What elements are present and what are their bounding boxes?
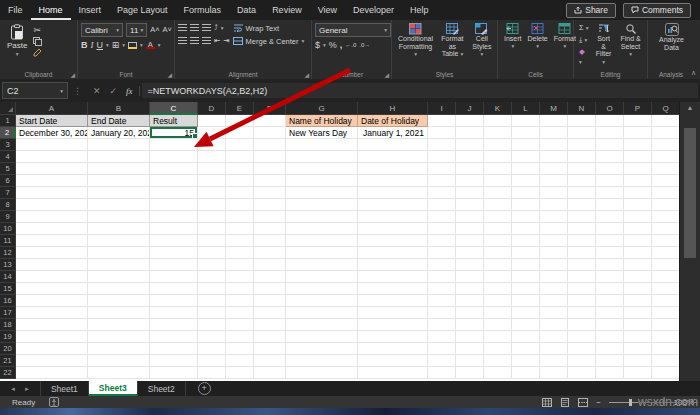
cell-C10[interactable]	[150, 223, 198, 235]
row-header-8[interactable]: 8	[0, 199, 16, 211]
cell-L19[interactable]	[512, 331, 540, 343]
cell-C7[interactable]	[150, 187, 198, 199]
cell-K19[interactable]	[484, 331, 512, 343]
cell-C16[interactable]	[150, 295, 198, 307]
cell-O3[interactable]	[596, 139, 624, 151]
cell-P13[interactable]	[624, 259, 652, 271]
column-header-L[interactable]: L	[512, 102, 540, 115]
cell-K15[interactable]	[484, 283, 512, 295]
cell-E18[interactable]	[226, 319, 254, 331]
cell-D16[interactable]	[198, 295, 226, 307]
cell-Q4[interactable]	[652, 151, 680, 163]
row-header-4[interactable]: 4	[0, 151, 16, 163]
cell-P1[interactable]	[624, 115, 652, 127]
cell-B19[interactable]	[88, 331, 150, 343]
cell-G16[interactable]	[286, 295, 358, 307]
cell-L6[interactable]	[512, 175, 540, 187]
cell-N10[interactable]	[568, 223, 596, 235]
row-header-21[interactable]: 21	[0, 355, 16, 367]
cell-L15[interactable]	[512, 283, 540, 295]
cell-G12[interactable]	[286, 247, 358, 259]
cell-E12[interactable]	[226, 247, 254, 259]
cell-M18[interactable]	[540, 319, 568, 331]
cell-I19[interactable]	[428, 331, 456, 343]
cell-B13[interactable]	[88, 259, 150, 271]
cell-O7[interactable]	[596, 187, 624, 199]
cell-A11[interactable]	[16, 235, 88, 247]
cell-G14[interactable]	[286, 271, 358, 283]
cell-I9[interactable]	[428, 211, 456, 223]
cell-Q5[interactable]	[652, 163, 680, 175]
cell-B7[interactable]	[88, 187, 150, 199]
cell-E22[interactable]	[226, 367, 254, 379]
cell-M11[interactable]	[540, 235, 568, 247]
cell-F6[interactable]	[254, 175, 286, 187]
cell-K14[interactable]	[484, 271, 512, 283]
italic-button[interactable]: I	[91, 40, 94, 50]
cell-C5[interactable]	[150, 163, 198, 175]
column-header-E[interactable]: E	[226, 102, 254, 115]
alignment-dialog-launcher-icon[interactable]: ◢	[304, 71, 309, 78]
cell-O16[interactable]	[596, 295, 624, 307]
cell-J9[interactable]	[456, 211, 484, 223]
cell-A3[interactable]	[16, 139, 88, 151]
cell-F7[interactable]	[254, 187, 286, 199]
column-header-J[interactable]: J	[456, 102, 484, 115]
cell-J15[interactable]	[456, 283, 484, 295]
cell-J10[interactable]	[456, 223, 484, 235]
enter-icon[interactable]: ✓	[110, 86, 118, 96]
tab-scroll-left-icon[interactable]: ◄	[10, 386, 16, 392]
delete-cells-button[interactable]: Delete▾	[525, 23, 551, 50]
cell-O2[interactable]	[596, 127, 624, 139]
row-header-1[interactable]: 1	[0, 115, 16, 127]
cell-E16[interactable]	[226, 295, 254, 307]
sheet-tab-sheet3[interactable]: Sheet3	[89, 381, 138, 396]
cell-M6[interactable]	[540, 175, 568, 187]
cell-M20[interactable]	[540, 343, 568, 355]
cell-A22[interactable]	[16, 367, 88, 379]
row-header-15[interactable]: 15	[0, 283, 16, 295]
cell-G9[interactable]	[286, 211, 358, 223]
cell-G22[interactable]	[286, 367, 358, 379]
cell-B18[interactable]	[88, 319, 150, 331]
cell-C6[interactable]	[150, 175, 198, 187]
cell-G19[interactable]	[286, 331, 358, 343]
cell-E13[interactable]	[226, 259, 254, 271]
cell-E21[interactable]	[226, 355, 254, 367]
cell-A21[interactable]	[16, 355, 88, 367]
cell-B22[interactable]	[88, 367, 150, 379]
cell-E11[interactable]	[226, 235, 254, 247]
cell-B10[interactable]	[88, 223, 150, 235]
cell-P2[interactable]	[624, 127, 652, 139]
cell-A16[interactable]	[16, 295, 88, 307]
cell-N4[interactable]	[568, 151, 596, 163]
scroll-up-icon[interactable]: ▲	[680, 102, 700, 114]
cell-G13[interactable]	[286, 259, 358, 271]
column-header-K[interactable]: K	[484, 102, 512, 115]
cell-H19[interactable]	[358, 331, 428, 343]
cell-C3[interactable]	[150, 139, 198, 151]
shrink-font-icon[interactable]: A˅	[163, 25, 172, 35]
cell-D1[interactable]	[198, 115, 226, 127]
cell-K10[interactable]	[484, 223, 512, 235]
row-header-3[interactable]: 3	[0, 139, 16, 151]
cell-I5[interactable]	[428, 163, 456, 175]
cell-H2[interactable]: January 1, 2021	[358, 127, 428, 139]
cell-H12[interactable]	[358, 247, 428, 259]
cell-H3[interactable]	[358, 139, 428, 151]
cell-M21[interactable]	[540, 355, 568, 367]
row-header-6[interactable]: 6	[0, 175, 16, 187]
number-format-select[interactable]: General▾	[315, 23, 391, 37]
cell-J21[interactable]	[456, 355, 484, 367]
cell-J19[interactable]	[456, 331, 484, 343]
cell-F19[interactable]	[254, 331, 286, 343]
cell-F8[interactable]	[254, 199, 286, 211]
cell-Q10[interactable]	[652, 223, 680, 235]
cell-N3[interactable]	[568, 139, 596, 151]
cell-J11[interactable]	[456, 235, 484, 247]
cell-K5[interactable]	[484, 163, 512, 175]
cell-E14[interactable]	[226, 271, 254, 283]
conditional-formatting-button[interactable]: Conditional Formatting ▾	[395, 23, 436, 59]
row-header-11[interactable]: 11	[0, 235, 16, 247]
cell-Q8[interactable]	[652, 199, 680, 211]
